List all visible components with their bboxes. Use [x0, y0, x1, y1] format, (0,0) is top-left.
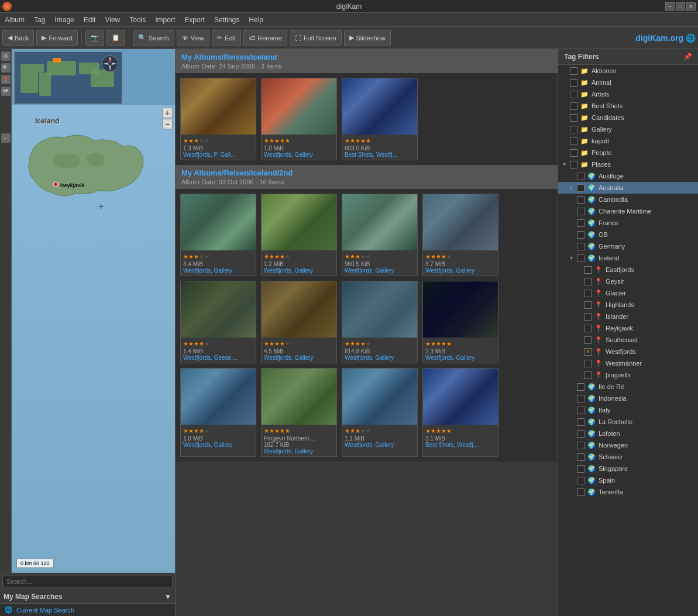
- tag-filter-item[interactable]: ✕📍Westfjords: [558, 346, 698, 357]
- tag-checkbox[interactable]: [577, 173, 584, 180]
- import-button[interactable]: 📋: [106, 30, 125, 46]
- tag-checkbox[interactable]: [570, 79, 577, 87]
- tag-filter-item[interactable]: 🌍France: [558, 217, 698, 229]
- tag-filter-item[interactable]: 📁Aktionen: [558, 65, 698, 77]
- menu-import[interactable]: Import: [150, 15, 180, 25]
- tag-checkbox[interactable]: [570, 102, 577, 110]
- tag-filters-pin-icon[interactable]: 📌: [683, 53, 692, 61]
- photo-item[interactable]: ★★★★★814.8 KiBWestfjords, Gallery: [342, 281, 418, 363]
- photo-item[interactable]: ★★★★★3.4 MiBWestfjords, Gallery: [180, 194, 256, 276]
- tag-filter-item[interactable]: 📍Reykjavik: [558, 322, 698, 334]
- forward-button[interactable]: ▶ Forward: [36, 30, 77, 46]
- menu-image[interactable]: Image: [50, 15, 78, 25]
- tag-checkbox[interactable]: ✕: [584, 348, 592, 356]
- tag-filter-item[interactable]: 📍Southcoast: [558, 334, 698, 346]
- tag-checkbox[interactable]: [584, 313, 592, 321]
- tag-checkbox[interactable]: [584, 266, 592, 274]
- tag-filter-item[interactable]: 🌍Italy: [558, 404, 698, 416]
- tag-filter-item[interactable]: 📁Best Shots: [558, 100, 698, 112]
- map-tool-5[interactable]: ↔: [1, 133, 11, 143]
- tag-checkbox[interactable]: [577, 477, 584, 484]
- camera-button[interactable]: 📷: [85, 30, 104, 46]
- tag-checkbox[interactable]: [577, 254, 584, 262]
- tag-filter-item[interactable]: 🌍La Rochelle: [558, 416, 698, 428]
- tag-filter-item[interactable]: 📍Westmänner: [558, 357, 698, 369]
- tag-checkbox[interactable]: [570, 114, 577, 122]
- menu-export[interactable]: Export: [180, 15, 209, 25]
- menu-tag[interactable]: Tag: [29, 15, 50, 25]
- tag-checkbox[interactable]: [584, 278, 592, 285]
- map-tool-2[interactable]: 🔍: [1, 63, 11, 73]
- tag-checkbox[interactable]: [570, 91, 577, 98]
- tag-checkbox[interactable]: [570, 126, 577, 133]
- map-tool-1[interactable]: ⚙: [1, 51, 11, 61]
- map-search-input[interactable]: [2, 576, 173, 587]
- tag-filter-item[interactable]: 📁People: [558, 147, 698, 159]
- photo-item[interactable]: ★★★★★4.5 MiBWestfjords, Gallery: [261, 281, 337, 363]
- tag-checkbox[interactable]: [570, 149, 577, 157]
- photo-item[interactable]: ★★★★★1.0 MiBWestfjords, Gallery: [261, 78, 337, 160]
- tag-checkbox[interactable]: [577, 383, 584, 391]
- back-button[interactable]: ◀ Back: [2, 30, 34, 46]
- edit-button[interactable]: ✏ Edit: [212, 30, 241, 46]
- tag-filter-item[interactable]: 🌍Germany: [558, 240, 698, 252]
- tag-filter-item[interactable]: 📍Islander: [558, 311, 698, 322]
- tag-checkbox[interactable]: [577, 196, 584, 204]
- minimize-button[interactable]: ─: [665, 2, 675, 11]
- tag-checkbox[interactable]: [584, 336, 592, 344]
- menu-settings[interactable]: Settings: [209, 15, 244, 25]
- rename-button[interactable]: 🏷 Rename: [243, 30, 287, 46]
- tag-checkbox[interactable]: [577, 488, 584, 496]
- tag-checkbox[interactable]: [584, 325, 592, 332]
- tag-filter-item[interactable]: 🌍Schweiz: [558, 451, 698, 463]
- tag-checkbox[interactable]: [584, 301, 592, 309]
- tag-checkbox[interactable]: [577, 184, 584, 192]
- photo-item[interactable]: ★★★★★1.4 MiBWestfjords, Geese,...: [180, 281, 256, 363]
- current-map-search-item[interactable]: 🌐 Current Map Search: [0, 604, 175, 616]
- tag-checkbox[interactable]: [584, 371, 592, 379]
- fullscreen-button[interactable]: ⛶ Full Screen: [290, 30, 342, 46]
- map-area[interactable]: ⚙ 🔍 📍 🗺 ↔: [0, 49, 175, 573]
- tag-checkbox[interactable]: [570, 137, 577, 145]
- tag-checkbox[interactable]: [577, 430, 584, 438]
- tag-filter-item[interactable]: 📍þingvellir: [558, 369, 698, 381]
- tag-checkbox[interactable]: [570, 161, 577, 168]
- tag-checkbox[interactable]: [577, 453, 584, 461]
- tag-filter-item[interactable]: 📁Candidates: [558, 112, 698, 123]
- tag-checkbox[interactable]: [584, 360, 592, 367]
- tag-checkbox[interactable]: [577, 395, 584, 402]
- photo-item[interactable]: ★★★★★3.7 MiBWestfjords, Gallery: [422, 194, 498, 276]
- tag-checkbox[interactable]: [577, 231, 584, 239]
- tag-filter-item[interactable]: 🌍Singapore: [558, 463, 698, 474]
- zoom-in-button[interactable]: +: [162, 108, 173, 118]
- tag-checkbox[interactable]: [577, 219, 584, 227]
- tag-checkbox[interactable]: [577, 442, 584, 449]
- tag-filter-item[interactable]: 📁Animal: [558, 77, 698, 88]
- tag-filter-item[interactable]: 🌍Norwegen: [558, 439, 698, 451]
- tag-filter-item[interactable]: 🌍GB: [558, 229, 698, 240]
- tag-filter-item[interactable]: 🌍Lofoten: [558, 428, 698, 439]
- tag-filter-item[interactable]: 📍Highlands: [558, 299, 698, 311]
- tag-filter-item[interactable]: 📍Eastfjords: [558, 264, 698, 276]
- map-tool-3[interactable]: 📍: [1, 75, 11, 84]
- tag-filter-item[interactable]: 📍Geysir: [558, 276, 698, 287]
- menu-album[interactable]: Album: [0, 15, 29, 25]
- tag-filter-item[interactable]: 🌍Cambodia: [558, 194, 698, 205]
- map-searches-toggle[interactable]: ▼: [164, 593, 171, 601]
- tag-filter-item[interactable]: 🌍Spain: [558, 474, 698, 486]
- photo-item[interactable]: ★★★★★1.2 MiBWestfjords, Gallery: [261, 194, 337, 276]
- tag-checkbox[interactable]: [577, 418, 584, 426]
- photo-item[interactable]: ★★★★★Pingeyri Northern ...162.7 KiBWestf…: [261, 368, 337, 457]
- tag-filter-item[interactable]: 📁Artists: [558, 88, 698, 100]
- photo-item[interactable]: ★★★★★2.3 MiBWestfjords, Gallery: [422, 281, 498, 363]
- tag-filter-item[interactable]: 🌍Ausfluge: [558, 170, 698, 182]
- tag-filter-item[interactable]: 🌍Ile de Ré: [558, 381, 698, 393]
- view-button[interactable]: 👁 View: [177, 30, 210, 46]
- photo-item[interactable]: ★★★★★1.1 MiBWestfjords, Gallery: [342, 368, 418, 457]
- tag-filter-item[interactable]: 🌍Teneriffa: [558, 486, 698, 498]
- photo-item[interactable]: ★★★★★960.5 KiBWestfjords, Gallery: [342, 194, 418, 276]
- menu-edit[interactable]: Edit: [79, 15, 101, 25]
- tag-filter-item[interactable]: 📍Glacier: [558, 287, 698, 299]
- photo-item[interactable]: ★★★★★1.0 MiBWestfjords, Gallery: [180, 368, 256, 457]
- menu-tools[interactable]: Tools: [125, 15, 150, 25]
